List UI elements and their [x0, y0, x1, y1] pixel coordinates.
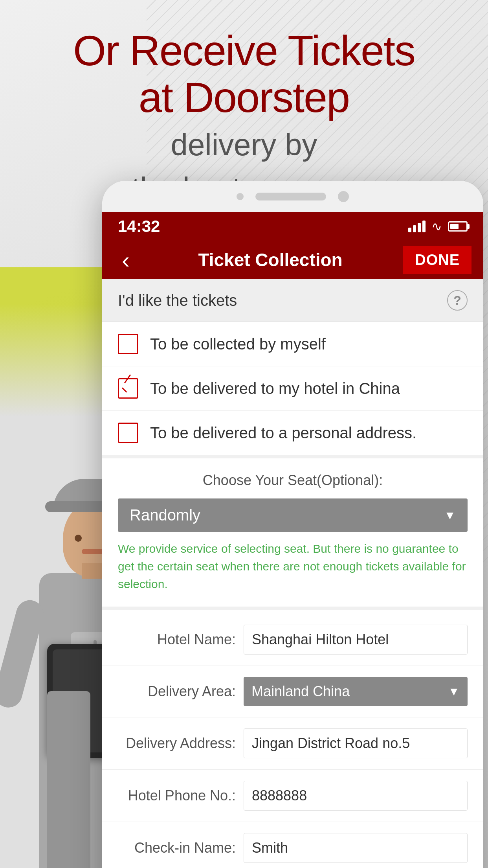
seat-dropdown[interactable]: Randomly ▼ [118, 498, 468, 532]
headline-line1: Or Receive Tickets [0, 28, 488, 74]
hotel-name-label: Hotel Name: [118, 631, 236, 648]
help-button[interactable]: ? [447, 290, 468, 311]
back-button[interactable]: ‹ [114, 243, 138, 278]
battery-icon [448, 221, 468, 232]
delivery-address-label: Delivery Address: [118, 735, 236, 752]
phone-mockup: 14:32 ∿ ‹ Ticket Collection DONE I'd lik… [102, 181, 483, 868]
hotel-phone-row: Hotel Phone No.: [102, 770, 483, 822]
status-bar: 14:32 ∿ [102, 212, 483, 241]
checkbox-myself[interactable] [118, 334, 138, 354]
checkin-name-label: Check-in Name: [118, 840, 236, 856]
delivery-address-input[interactable] [244, 728, 468, 758]
done-button[interactable]: DONE [403, 246, 471, 274]
content-area: I'd like the tickets ? To be collected b… [102, 279, 483, 868]
delivery-area-dropdown[interactable]: Mainland China ▼ [244, 677, 468, 706]
signal-icon [408, 221, 426, 232]
option-hotel[interactable]: To be delivered to my hotel in China [102, 366, 483, 411]
section-header: I'd like the tickets ? [102, 279, 483, 322]
hotel-phone-label: Hotel Phone No.: [118, 787, 236, 804]
nav-bar: ‹ Ticket Collection DONE [102, 241, 483, 279]
hotel-name-row: Hotel Name: [102, 614, 483, 666]
checkbox-address[interactable] [118, 423, 138, 443]
seat-value: Randomly [130, 506, 200, 524]
phone-top-bar [102, 181, 483, 212]
option-hotel-text: To be delivered to my hotel in China [150, 380, 400, 397]
delivery-area-value: Mainland China [251, 683, 350, 700]
nav-title: Ticket Collection [198, 249, 342, 270]
delivery-area-label: Delivery Area: [118, 683, 236, 700]
chevron-down-icon: ▼ [448, 685, 460, 698]
option-myself-text: To be collected by myself [150, 335, 326, 353]
headline-line2: at Doorstep [0, 74, 488, 121]
battery-fill [450, 224, 459, 229]
hotel-form: Hotel Name: Delivery Area: Mainland Chin… [102, 607, 483, 868]
hotel-phone-input[interactable] [244, 781, 468, 811]
phone-camera [237, 193, 244, 200]
headline-sub1: delivery by [0, 125, 488, 165]
section-header-text: I'd like the tickets [118, 292, 237, 309]
option-address-text: To be delivered to a personal address. [150, 424, 416, 442]
seat-note: We provide service of selecting seat. Bu… [118, 540, 468, 593]
wifi-icon: ∿ [431, 219, 442, 234]
status-time: 14:32 [118, 217, 160, 236]
option-myself[interactable]: To be collected by myself [102, 322, 483, 366]
status-icons: ∿ [408, 219, 468, 234]
checkin-name-input[interactable] [244, 833, 468, 863]
checkin-name-row: Check-in Name: [102, 822, 483, 868]
phone-button [338, 191, 349, 202]
hotel-name-input[interactable] [244, 625, 468, 655]
phone-speaker [255, 193, 326, 200]
seat-label: Choose Your Seat(Optional): [118, 472, 468, 489]
delivery-area-row: Delivery Area: Mainland China ▼ [102, 666, 483, 717]
option-address[interactable]: To be delivered to a personal address. [102, 411, 483, 455]
delivery-address-row: Delivery Address: [102, 717, 483, 770]
chevron-down-icon: ▼ [444, 509, 456, 522]
seat-section: Choose Your Seat(Optional): Randomly ▼ W… [102, 455, 483, 607]
checkbox-hotel[interactable] [118, 378, 138, 399]
